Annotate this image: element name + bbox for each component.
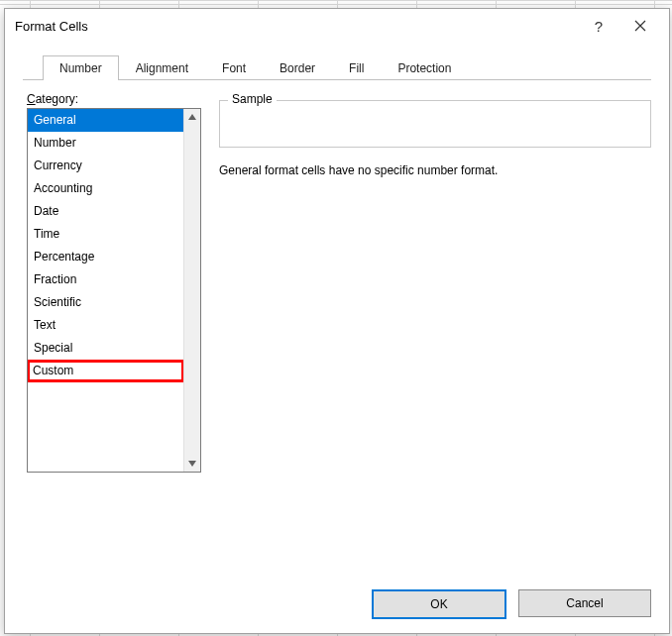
sample-groupbox: Sample xyxy=(219,100,651,148)
category-item-date[interactable]: Date xyxy=(28,200,184,223)
dialog-title: Format Cells xyxy=(15,19,88,34)
titlebar: Format Cells ? xyxy=(5,9,669,43)
sample-value xyxy=(220,101,650,115)
category-item-accounting[interactable]: Accounting xyxy=(28,177,184,200)
cancel-button[interactable]: Cancel xyxy=(518,589,651,617)
tab-alignment[interactable]: Alignment xyxy=(119,55,205,80)
close-icon xyxy=(634,20,646,32)
tab-label: Protection xyxy=(397,61,451,75)
tab-label: Border xyxy=(280,61,315,75)
category-item-custom[interactable]: Custom xyxy=(27,360,184,382)
scroll-down-icon[interactable] xyxy=(184,456,200,472)
ok-button[interactable]: OK xyxy=(372,589,506,619)
category-item-number[interactable]: Number xyxy=(28,132,184,155)
cancel-button-label: Cancel xyxy=(566,596,603,610)
dialog-footer: OK Cancel xyxy=(5,580,669,633)
category-item-fraction[interactable]: Fraction xyxy=(28,268,184,291)
category-listbox[interactable]: GeneralNumberCurrencyAccountingDateTimeP… xyxy=(27,108,201,473)
tab-font[interactable]: Font xyxy=(205,55,263,80)
tabstrip: NumberAlignmentFontBorderFillProtection xyxy=(5,43,669,80)
close-button[interactable] xyxy=(619,11,661,41)
tab-number[interactable]: Number xyxy=(43,55,119,80)
tab-label: Font xyxy=(222,61,246,75)
format-cells-dialog: Format Cells ? NumberAlignmentFontBorder… xyxy=(4,8,670,634)
category-item-scientific[interactable]: Scientific xyxy=(28,291,184,314)
help-button[interactable]: ? xyxy=(578,11,619,41)
tab-fill[interactable]: Fill xyxy=(332,55,381,80)
category-item-text[interactable]: Text xyxy=(28,314,184,337)
tab-label: Alignment xyxy=(136,61,188,75)
category-item-time[interactable]: Time xyxy=(28,223,184,246)
scroll-up-icon[interactable] xyxy=(184,109,200,125)
tab-border[interactable]: Border xyxy=(263,55,332,80)
help-icon: ? xyxy=(595,18,603,35)
ok-button-label: OK xyxy=(430,597,447,611)
tab-label: Number xyxy=(59,61,102,75)
category-item-percentage[interactable]: Percentage xyxy=(28,246,184,268)
category-item-special[interactable]: Special xyxy=(28,337,184,360)
category-label: Category: xyxy=(27,92,201,106)
format-description: General format cells have no specific nu… xyxy=(219,163,651,177)
listbox-scrollbar[interactable] xyxy=(183,109,200,472)
category-item-general[interactable]: General xyxy=(28,109,184,132)
tab-protection[interactable]: Protection xyxy=(381,55,468,80)
tab-label: Fill xyxy=(349,61,364,75)
sample-label: Sample xyxy=(228,92,277,106)
category-item-currency[interactable]: Currency xyxy=(28,155,184,177)
